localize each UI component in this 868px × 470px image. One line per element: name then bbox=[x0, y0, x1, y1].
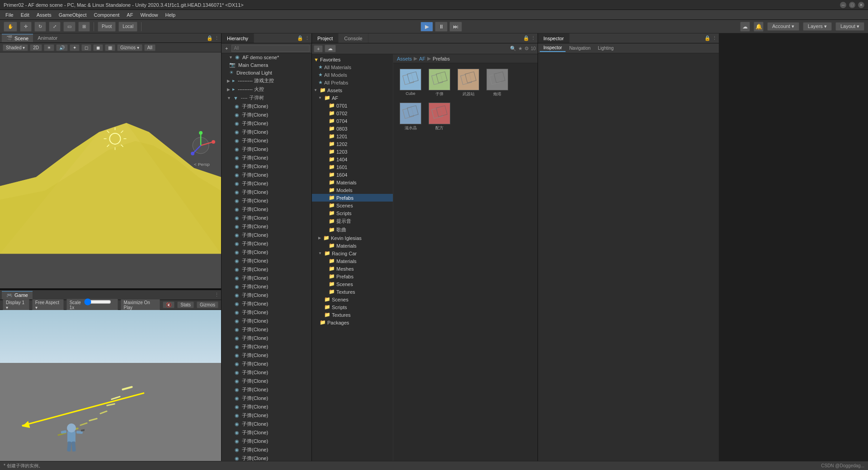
pivot-button[interactable]: Pivot bbox=[98, 22, 116, 32]
tool-scale[interactable]: ⤢ bbox=[49, 22, 61, 32]
shading-dropdown[interactable]: Shaded ▾ bbox=[3, 44, 28, 51]
hierarchy-item-21[interactable]: ◉子弹(Clone) bbox=[222, 231, 311, 240]
scene-all-dropdown[interactable]: All bbox=[144, 44, 156, 51]
asset-item-1[interactable]: 子弹 bbox=[426, 67, 453, 99]
hierarchy-item-45[interactable]: ◉子弹(Clone) bbox=[222, 437, 311, 446]
inspector-menu-btn[interactable]: ⋮ bbox=[712, 35, 717, 41]
hierarchy-item-28[interactable]: ◉子弹(Clone) bbox=[222, 291, 311, 300]
project-menu[interactable]: ⋮ bbox=[531, 35, 536, 41]
hierarchy-item-7[interactable]: ◉子弹(Clone) bbox=[222, 111, 311, 119]
add-hierarchy-btn[interactable]: + bbox=[223, 46, 230, 51]
tab-hierarchy[interactable]: Hierarchy bbox=[222, 33, 254, 43]
tab-console[interactable]: Console bbox=[339, 33, 368, 43]
scene-fog-btn[interactable]: ◼ bbox=[93, 44, 103, 51]
hierarchy-item-8[interactable]: ◉子弹(Clone) bbox=[222, 119, 311, 128]
tree-item-27[interactable]: 📁 Scenes bbox=[312, 296, 393, 303]
hierarchy-item-23[interactable]: ◉子弹(Clone) bbox=[222, 248, 311, 257]
hierarchy-item-6[interactable]: ◉子弹(Clone) bbox=[222, 102, 311, 111]
tree-item-10[interactable]: 📁 1601 bbox=[312, 163, 393, 171]
hierarchy-item-38[interactable]: ◉子弹(Clone) bbox=[222, 377, 311, 385]
hierarchy-item-31[interactable]: ◉子弹(Clone) bbox=[222, 317, 311, 325]
scene-light-btn[interactable]: ☀ bbox=[44, 44, 54, 51]
tree-item-11[interactable]: 📁 1604 bbox=[312, 171, 393, 179]
maximize-btn[interactable]: Maximize On Play bbox=[121, 299, 160, 311]
hierarchy-item-14[interactable]: ◉子弹(Clone) bbox=[222, 171, 311, 179]
hierarchy-item-17[interactable]: ◉子弹(Clone) bbox=[222, 197, 311, 205]
fav-item-1[interactable]: ★ All Models bbox=[312, 71, 393, 79]
tree-item-20[interactable]: 📁 Materials bbox=[312, 242, 393, 249]
tool-hand[interactable]: ✋ bbox=[4, 22, 17, 32]
hierarchy-item-26[interactable]: ◉子弹(Clone) bbox=[222, 274, 311, 282]
hierarchy-item-3[interactable]: ▶▸--------- 游戏主控 bbox=[222, 76, 311, 85]
cloud-button[interactable]: ☁ bbox=[740, 22, 750, 32]
hierarchy-item-16[interactable]: ◉子弹(Clone) bbox=[222, 188, 311, 197]
tool-move[interactable]: ✛ bbox=[20, 22, 32, 32]
asset-item-2[interactable]: 武器站 bbox=[455, 67, 482, 99]
hierarchy-item-44[interactable]: ◉子弹(Clone) bbox=[222, 428, 311, 437]
asset-item-4[interactable]: 滋水晶 bbox=[397, 101, 424, 133]
hierarchy-item-32[interactable]: ◉子弹(Clone) bbox=[222, 325, 311, 334]
menu-help[interactable]: Help bbox=[162, 11, 179, 19]
hierarchy-item-41[interactable]: ◉子弹(Clone) bbox=[222, 403, 311, 411]
asset-item-3[interactable]: 炮塔 bbox=[484, 67, 511, 99]
tree-item-19[interactable]: ▶📁 Kevin Iglesias bbox=[312, 234, 393, 242]
tree-item-4[interactable]: 📁 0704 bbox=[312, 117, 393, 125]
tree-item-12[interactable]: 📁 Materials bbox=[312, 179, 393, 186]
add-project-btn[interactable]: + bbox=[314, 45, 323, 52]
hierarchy-item-11[interactable]: ◉子弹(Clone) bbox=[222, 145, 311, 154]
hierarchy-item-13[interactable]: ◉子弹(Clone) bbox=[222, 162, 311, 171]
ist-inspector[interactable]: Inspector bbox=[540, 44, 566, 52]
tool-rotate[interactable]: ↻ bbox=[34, 22, 46, 32]
tree-item-24[interactable]: 📁 Prefabs bbox=[312, 273, 393, 280]
game-content[interactable] bbox=[0, 310, 221, 461]
menu-assets[interactable]: Assets bbox=[33, 11, 55, 19]
hierarchy-item-2[interactable]: ☀Directional Light bbox=[222, 69, 311, 76]
hierarchy-item-43[interactable]: ◉子弹(Clone) bbox=[222, 420, 311, 428]
hierarchy-item-22[interactable]: ◉子弹(Clone) bbox=[222, 240, 311, 248]
tree-item-16[interactable]: 📁 Scripts bbox=[312, 209, 393, 217]
ist-navigation[interactable]: Navigation bbox=[566, 45, 594, 52]
hierarchy-item-39[interactable]: ◉子弹(Clone) bbox=[222, 385, 311, 394]
scene-lock-icon[interactable]: 🔒 bbox=[207, 35, 213, 41]
layers-button[interactable]: Layers ▾ bbox=[803, 22, 832, 31]
hierarchy-item-42[interactable]: ◉子弹(Clone) bbox=[222, 411, 311, 420]
tab-scene[interactable]: 🎬 Scene bbox=[2, 34, 33, 42]
tree-item-2[interactable]: 📁 0701 bbox=[312, 102, 393, 109]
menu-file[interactable]: File bbox=[2, 11, 17, 19]
hierarchy-item-4[interactable]: ▶▸--------- 火控 bbox=[222, 85, 311, 94]
hierarchy-item-25[interactable]: ◉子弹(Clone) bbox=[222, 265, 311, 274]
hierarchy-item-35[interactable]: ◉子弹(Clone) bbox=[222, 351, 311, 360]
maximize-button[interactable]: □ bbox=[849, 2, 855, 8]
pause-button[interactable]: ⏸ bbox=[435, 22, 448, 32]
local-button[interactable]: Local bbox=[118, 22, 137, 32]
tree-item-9[interactable]: 📁 1404 bbox=[312, 155, 393, 163]
hierarchy-item-20[interactable]: ◉子弹(Clone) bbox=[222, 222, 311, 231]
tab-inspector[interactable]: Inspector bbox=[538, 33, 570, 43]
project-lock[interactable]: 🔒 bbox=[523, 35, 529, 41]
hierarchy-item-46[interactable]: ◉子弹(Clone) bbox=[222, 446, 311, 454]
hierarchy-menu[interactable]: ⋮ bbox=[305, 35, 310, 41]
bc-af[interactable]: AF bbox=[419, 56, 425, 61]
tree-item-5[interactable]: 📁 0803 bbox=[312, 125, 393, 132]
tool-rect[interactable]: ▭ bbox=[63, 22, 75, 32]
asset-item-0[interactable]: Cube bbox=[397, 67, 424, 99]
menu-window[interactable]: Window bbox=[137, 11, 161, 19]
scene-fx-btn[interactable]: ✦ bbox=[70, 44, 80, 51]
menu-component[interactable]: Component bbox=[90, 11, 123, 19]
tool-transform[interactable]: ⊞ bbox=[78, 22, 90, 32]
scene-sky-btn[interactable]: ◻ bbox=[81, 44, 91, 51]
hierarchy-item-0[interactable]: ▼◉AF demo scene* bbox=[222, 53, 311, 61]
tree-item-17[interactable]: 📁 提示音 bbox=[312, 217, 393, 226]
hierarchy-search[interactable] bbox=[231, 45, 310, 52]
menu-edit[interactable]: Edit bbox=[17, 11, 33, 19]
hierarchy-item-24[interactable]: ◉子弹(Clone) bbox=[222, 257, 311, 265]
mode-2d-button[interactable]: 2D bbox=[30, 44, 42, 51]
hierarchy-item-10[interactable]: ◉子弹(Clone) bbox=[222, 136, 311, 145]
tree-item-21[interactable]: ▼📁 Racing Car bbox=[312, 249, 393, 257]
scale-slider[interactable] bbox=[84, 300, 111, 304]
play-button[interactable]: ▶ bbox=[420, 22, 433, 32]
inspector-lock-btn[interactable]: 🔒 bbox=[704, 35, 711, 41]
tree-item-15[interactable]: 📁 Scenes bbox=[312, 202, 393, 209]
stats-btn[interactable]: Stats bbox=[177, 301, 194, 308]
hierarchy-item-37[interactable]: ◉子弹(Clone) bbox=[222, 368, 311, 377]
